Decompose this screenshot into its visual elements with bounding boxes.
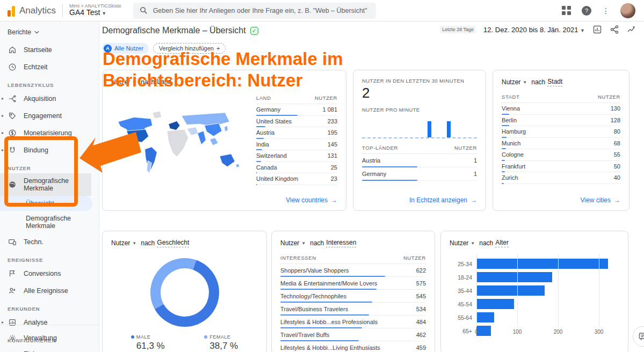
table-row[interactable]: Frankfurt50 bbox=[502, 161, 620, 173]
analytics-logo-icon[interactable] bbox=[8, 5, 15, 17]
sidebar-item-akquisition[interactable]: ▸ Akquisition bbox=[0, 90, 99, 107]
sidebar: Berichte Startseite Echtzeit LEBENSZYKLU… bbox=[0, 22, 99, 352]
table-row[interactable]: Technology/Technophiles545 bbox=[280, 290, 426, 303]
apps-grid-icon[interactable] bbox=[562, 6, 571, 15]
arrow-right-icon: → bbox=[614, 196, 620, 204]
table-row[interactable]: Munich68 bbox=[502, 138, 620, 150]
sidebar-item-alle-ereignisse[interactable]: Alle Ereignisse bbox=[0, 282, 99, 299]
chevron-down-icon: ▼ bbox=[102, 11, 106, 16]
table-row[interactable]: Media & Entertainment/Movie Lovers575 bbox=[280, 277, 426, 290]
table-row[interactable]: Austria1 bbox=[362, 154, 477, 167]
sidebar-item-engagement[interactable]: ▸ Engagement bbox=[0, 107, 99, 124]
table-row[interactable]: Switzerland131 bbox=[256, 150, 337, 162]
age-bar[interactable] bbox=[476, 285, 545, 296]
card-title-gender[interactable]: Nutzer▼ nach Geschlecht bbox=[111, 239, 258, 247]
all-users-chip[interactable]: A Alle Nutzer bbox=[102, 43, 149, 54]
table-row[interactable]: Lifestyles & Hobb...ess Professionals484 bbox=[280, 316, 426, 328]
data-quality-icon[interactable]: ✓ bbox=[250, 27, 258, 35]
view-countries-link[interactable]: View countries→ bbox=[286, 196, 337, 204]
expand-icon[interactable]: ▸ bbox=[2, 146, 4, 154]
overflow-menu-icon[interactable]: ⋮ bbox=[602, 6, 610, 15]
sidebar-item-startseite[interactable]: Startseite bbox=[0, 41, 99, 58]
sparkline-bar bbox=[447, 121, 451, 137]
table-row[interactable]: Vienna130 bbox=[502, 103, 620, 115]
date-range-picker[interactable]: 12. Dez. 2020 bis 8. Jän. 2021 ▼ bbox=[483, 26, 585, 34]
chevron-down-icon: ▼ bbox=[132, 241, 136, 246]
expand-icon[interactable]: ▸ bbox=[2, 129, 4, 137]
table-row[interactable]: Berlin128 bbox=[502, 115, 620, 127]
chevron-down-icon: ▼ bbox=[523, 80, 527, 85]
table-row[interactable]: United Kingdom23 bbox=[256, 173, 337, 185]
age-bar[interactable] bbox=[476, 299, 514, 309]
table-row[interactable]: Zurich40 bbox=[502, 172, 620, 184]
world-map[interactable] bbox=[111, 95, 250, 190]
add-comparison-chip[interactable]: Vergleich hinzufügen+ bbox=[153, 43, 226, 54]
sidebar-item-monetarisierung[interactable]: ▸ Monetarisierung bbox=[0, 124, 99, 142]
sidebar-item-conversions[interactable]: Conversions bbox=[0, 265, 99, 282]
card-title-country[interactable]: Nutzer▼ nach Land bbox=[111, 78, 337, 86]
gear-icon bbox=[8, 333, 17, 343]
help-icon[interactable]: ? bbox=[582, 6, 591, 16]
table-row[interactable]: Canada25 bbox=[256, 162, 337, 174]
feedback-button[interactable] bbox=[633, 326, 644, 347]
table-header: INTERESSENNUTZER bbox=[280, 255, 426, 264]
table-row[interactable]: Germany1 bbox=[362, 167, 477, 181]
gridline bbox=[599, 254, 599, 327]
segment-a-icon: A bbox=[104, 45, 112, 53]
country-table-rows: Germany1 081United States233Austria195In… bbox=[256, 104, 337, 185]
table-row[interactable]: India145 bbox=[256, 139, 337, 151]
money-icon bbox=[8, 128, 17, 138]
table-row[interactable]: Lifestyles & Hobbi...Living Enthusiasts4… bbox=[280, 341, 426, 352]
card-title-city[interactable]: Nutzer▼ nach Stadt bbox=[502, 78, 620, 86]
view-realtime-link[interactable]: In Echtzeit anzeigen→ bbox=[409, 196, 477, 204]
view-cities-link[interactable]: View cities→ bbox=[581, 196, 620, 204]
age-category-label: 25-34 bbox=[450, 257, 476, 270]
sidebar-item-bindung[interactable]: ▸ Bindung bbox=[0, 142, 99, 159]
share-icon[interactable] bbox=[610, 25, 619, 34]
age-bar-row bbox=[476, 311, 619, 324]
age-bar-row bbox=[476, 270, 619, 284]
axis-tick-label: 100 bbox=[513, 329, 522, 335]
table-row[interactable]: Austria195 bbox=[256, 127, 337, 139]
users-per-minute-sparkline bbox=[362, 116, 477, 138]
card-title-age[interactable]: Nutzer▼ nach Alter bbox=[450, 239, 619, 247]
realtime-users-card: NUTZER IN DEN LETZTEN 30 MINUTEN 2 NUTZE… bbox=[353, 70, 486, 211]
reports-nav-selector[interactable]: Berichte bbox=[0, 22, 99, 41]
avatar[interactable] bbox=[620, 3, 635, 18]
expand-icon[interactable]: ▸ bbox=[2, 95, 4, 102]
sidebar-item-demografische-merkmale-report[interactable]: Demografische Merkmale bbox=[0, 211, 99, 233]
sidebar-item-techn[interactable]: Techn. bbox=[0, 233, 99, 251]
axis-tick-label: 0 bbox=[475, 329, 478, 335]
users-by-city-card: Nutzer▼ nach Stadt STADTNUTZER Vienna130… bbox=[493, 70, 629, 211]
globe-icon bbox=[8, 180, 17, 189]
table-row[interactable]: Cologne55 bbox=[502, 149, 620, 161]
table-row[interactable]: Travel/Travel Buffs462 bbox=[280, 328, 426, 341]
expand-icon[interactable]: ▸ bbox=[2, 112, 4, 120]
devices-icon bbox=[8, 237, 17, 247]
table-row[interactable]: Germany1 081 bbox=[256, 104, 337, 116]
table-row[interactable]: Travel/Business Travelers534 bbox=[280, 303, 426, 316]
arrow-right-icon: → bbox=[331, 196, 337, 204]
chart-edit-icon[interactable] bbox=[592, 25, 602, 34]
sidebar-item-demografische-merkmale[interactable]: Demografische Merkmale bbox=[0, 173, 91, 196]
search-input[interactable]: Geben Sie hier Ihr Anliegen oder Ihre Fr… bbox=[133, 3, 376, 19]
age-bar[interactable] bbox=[476, 259, 608, 269]
divider bbox=[62, 4, 63, 18]
flag-icon bbox=[8, 269, 17, 278]
sidebar-item-verwaltung[interactable]: Verwaltung bbox=[0, 329, 99, 347]
city-table-rows: Vienna130Berlin128Hamburg80Munich68Colog… bbox=[502, 103, 620, 184]
age-bar[interactable] bbox=[476, 312, 494, 322]
table-header: STADTNUTZER bbox=[502, 94, 620, 103]
table-row[interactable]: United States233 bbox=[256, 116, 337, 128]
age-bar[interactable] bbox=[476, 272, 552, 282]
table-row[interactable]: Shoppers/Value Shoppers622 bbox=[280, 264, 426, 277]
sidebar-item-echtzeit[interactable]: Echtzeit bbox=[0, 58, 99, 76]
sidebar-item-uebersicht[interactable]: Übersicht bbox=[0, 196, 92, 211]
table-header: LANDNUTZER bbox=[256, 95, 337, 104]
arrow-right-icon: → bbox=[471, 196, 477, 204]
insights-icon[interactable] bbox=[627, 25, 636, 34]
age-category-label: 55-64 bbox=[450, 311, 476, 324]
card-title-interests[interactable]: Nutzer▼ nach Interessen bbox=[280, 239, 426, 247]
table-row[interactable]: Hamburg80 bbox=[502, 126, 620, 138]
property-selector[interactable]: Mimi > ANALYTICSkiste GA4 Test▼ bbox=[69, 3, 121, 18]
